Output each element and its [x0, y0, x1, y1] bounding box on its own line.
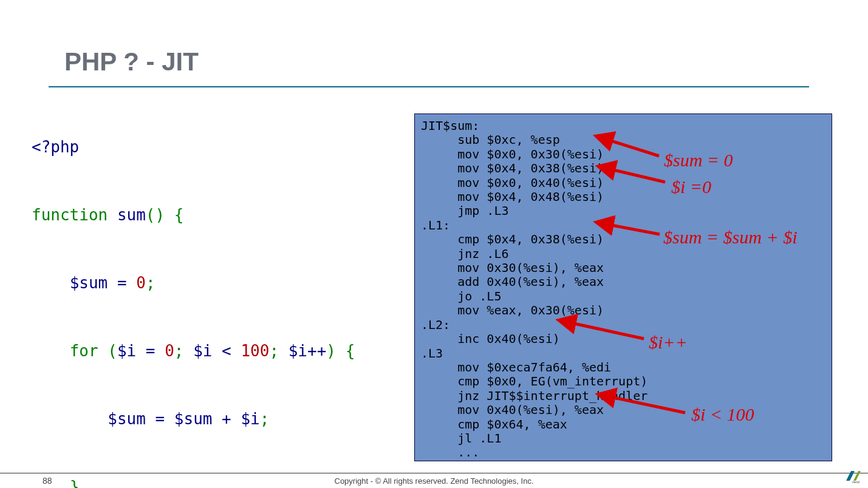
op-inc: ++	[307, 342, 326, 360]
semi: ;	[146, 274, 155, 292]
title-underline	[49, 86, 809, 87]
semi: ;	[269, 342, 288, 360]
kw-function: function	[32, 206, 108, 224]
annot-ilt: $i < 100	[691, 404, 754, 425]
asm-code: JIT$sum: sub $0xc, %esp mov $0x0, 0x30(%…	[414, 114, 832, 461]
var-i: $i	[289, 342, 307, 360]
num-100: 100	[241, 342, 269, 360]
annot-sumadd: $sum = $sum + $i	[663, 227, 798, 248]
var-sum: $sum	[108, 410, 146, 428]
slide-title: PHP ? - JIT	[64, 47, 199, 76]
annot-i0: $i =0	[671, 177, 711, 197]
php-open-tag: <?php	[32, 138, 79, 156]
var-i: $i	[193, 342, 212, 360]
copyright: Copyright - © All rights reserved. Zend …	[0, 476, 868, 486]
annot-iinc: $i++	[649, 332, 688, 353]
op-plus: +	[212, 410, 241, 428]
footer-divider	[0, 473, 868, 473]
op-lt: <	[212, 342, 241, 360]
var-i: $i	[241, 410, 259, 428]
paren-open: (	[98, 342, 117, 360]
fn-open: () {	[146, 206, 184, 224]
slide: PHP ? - JIT <?php function sum() { $sum …	[0, 0, 868, 488]
op-eq: =	[108, 274, 136, 292]
svg-text:zend: zend	[852, 480, 859, 483]
op-eq: =	[146, 410, 174, 428]
semi: ;	[260, 410, 270, 428]
kw-for: for	[70, 342, 98, 360]
php-code: <?php function sum() { $sum = 0; for ($i…	[32, 130, 355, 488]
var-sum: $sum	[70, 274, 108, 292]
var-sum: $sum	[174, 410, 213, 428]
num-0: 0	[136, 274, 146, 292]
paren-close: ) {	[326, 342, 355, 360]
fn-name: sum	[108, 206, 146, 224]
zend-logo-icon: zend	[846, 471, 861, 486]
op-eq: =	[136, 342, 165, 360]
footer: 88 Copyright - © All rights reserved. Ze…	[0, 471, 868, 487]
annot-sum0: $sum = 0	[664, 150, 733, 171]
var-i: $i	[117, 342, 136, 360]
semi: ;	[174, 342, 193, 360]
num-0: 0	[165, 342, 174, 360]
